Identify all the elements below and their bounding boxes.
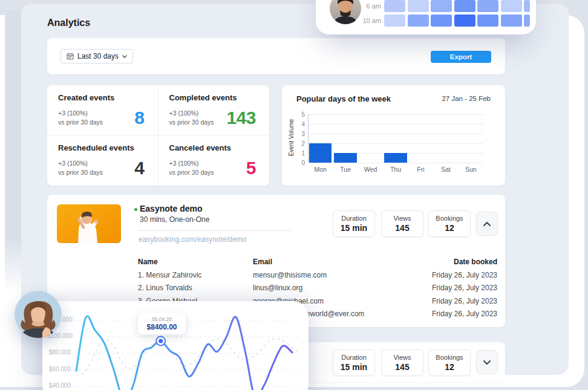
chevron-down-icon bbox=[122, 55, 127, 58]
stat-compare: vs prior 30 days bbox=[169, 118, 214, 127]
event-thumbnail bbox=[57, 204, 121, 243]
metric-label: Bookings bbox=[429, 215, 470, 222]
chevron-up-icon bbox=[483, 222, 491, 226]
stat-compare: vs prior 30 days bbox=[169, 168, 214, 177]
stat-value: 4 bbox=[134, 158, 144, 178]
metric-duration: Duration 15 min bbox=[333, 349, 375, 376]
avatar bbox=[15, 291, 62, 338]
event-title: Easynote demo bbox=[140, 204, 202, 213]
chevron-down-icon bbox=[483, 360, 491, 365]
event-booking-link[interactable]: easybooking.com/easynote/demo bbox=[139, 235, 247, 244]
metric-value: 12 bbox=[429, 223, 470, 233]
stat-delta: +3 (100%) bbox=[58, 109, 103, 118]
x-tick: Fri bbox=[408, 166, 433, 173]
stat-value: 143 bbox=[226, 108, 256, 128]
heatmap-cell bbox=[431, 15, 452, 27]
stat-compare: vs prior 30 days bbox=[58, 168, 103, 177]
tooltip-value: $8400.00 bbox=[138, 323, 186, 331]
stat-completed-events: Completed events +3 (100%) vs prior 30 d… bbox=[158, 85, 270, 135]
chart-title: Popular days of the week bbox=[296, 94, 391, 103]
heatmap-row-label: 10 am bbox=[339, 17, 381, 24]
heatmap-cell bbox=[384, 0, 405, 12]
metric-label: Duration bbox=[333, 354, 374, 361]
divider bbox=[139, 230, 291, 231]
heatmap-cell bbox=[501, 15, 522, 27]
metric-bookings: Bookings 12 bbox=[428, 349, 471, 376]
stat-created-events: Created events +3 (100%) vs prior 30 day… bbox=[47, 85, 158, 135]
heatmap-cell bbox=[477, 15, 498, 27]
metric-bookings: Bookings 12 bbox=[428, 210, 471, 237]
collapse-button[interactable] bbox=[476, 212, 498, 236]
revenue-chart-card: $120.000$100.000$80.000$60.000$40.000 05… bbox=[42, 301, 309, 390]
metric-value: 15 min bbox=[333, 223, 374, 233]
tooltip-date: 05.04.20 bbox=[138, 316, 186, 322]
metric-value: 145 bbox=[382, 362, 423, 372]
stat-label: Canceled events bbox=[169, 143, 259, 152]
x-tick: Sat bbox=[433, 166, 458, 173]
table-row: 1. Mensur Zahirovic mensur@thisisme.com … bbox=[47, 271, 505, 279]
export-button[interactable]: Export bbox=[431, 51, 491, 63]
heatmap-cell bbox=[431, 0, 452, 12]
y-tick: 4 bbox=[289, 121, 305, 128]
heatmap-cell bbox=[408, 15, 429, 27]
x-tick: Thu bbox=[383, 166, 408, 173]
calendar-icon bbox=[67, 53, 74, 60]
metric-value: 12 bbox=[429, 362, 470, 372]
event-subtitle: 30 mins, One-on-One bbox=[140, 215, 209, 224]
y-tick: 5 bbox=[289, 111, 305, 118]
stat-label: Rescheduled events bbox=[58, 143, 147, 152]
col-name: Name bbox=[138, 258, 158, 266]
metric-label: Views bbox=[382, 215, 423, 222]
heatmap-cell bbox=[501, 0, 522, 12]
heatmap-cell bbox=[408, 0, 429, 12]
chart-tooltip: 05.04.20 $8400.00 bbox=[138, 313, 186, 334]
metric-label: Bookings bbox=[429, 354, 470, 361]
metric-views: Views 145 bbox=[381, 349, 423, 376]
y-tick: 2 bbox=[289, 140, 305, 147]
bar-Tue bbox=[334, 153, 356, 163]
heatmap-cell bbox=[477, 0, 498, 12]
stat-canceled-events: Canceled events +3 (100%) vs prior 30 da… bbox=[158, 135, 270, 186]
heatmap-cell bbox=[454, 15, 475, 27]
heatmap-cell bbox=[384, 15, 405, 27]
date-range-dropdown[interactable]: Last 30 days bbox=[60, 49, 133, 63]
stat-value: 5 bbox=[246, 158, 256, 178]
metric-views: Views 145 bbox=[381, 210, 423, 237]
stat-label: Created events bbox=[58, 93, 147, 102]
bar-Thu bbox=[384, 153, 407, 163]
stat-delta: +3 (100%) bbox=[169, 109, 214, 118]
table-header: Name Email Date booked bbox=[47, 258, 505, 266]
expand-button[interactable] bbox=[476, 350, 498, 374]
metric-label: Duration bbox=[333, 215, 374, 222]
availability-heatmap-card: 6 am 10 am bbox=[316, 0, 536, 34]
y-tick: 1 bbox=[289, 150, 305, 157]
col-email: Email bbox=[253, 258, 272, 266]
popular-days-card: Popular days of the week 27 Jan - 25 Feb… bbox=[282, 85, 505, 186]
y-tick: 0 bbox=[289, 160, 305, 166]
x-tick: Mon bbox=[308, 166, 333, 173]
chart-date-range: 27 Jan - 25 Feb bbox=[442, 95, 491, 102]
metric-label: Views bbox=[382, 354, 423, 361]
stat-delta: +3 (100%) bbox=[169, 159, 214, 168]
table-row: 2. Linus Torvalds linus@linux.org Friday… bbox=[47, 284, 505, 292]
bar-Mon bbox=[309, 143, 332, 163]
heatmap-cell bbox=[524, 0, 530, 12]
stat-delta: +3 (100%) bbox=[58, 159, 103, 168]
date-range-label: Last 30 days bbox=[77, 52, 119, 60]
stat-compare: vs prior 30 days bbox=[58, 118, 103, 127]
y-tick: 3 bbox=[289, 131, 305, 137]
x-tick: Sun bbox=[459, 166, 483, 173]
heatmap-row-label: 6 am bbox=[339, 2, 381, 10]
stat-value: 8 bbox=[134, 108, 144, 128]
col-date: Date booked bbox=[454, 258, 497, 266]
stat-rescheduled-events: Rescheduled events +3 (100%) vs prior 30… bbox=[47, 135, 158, 186]
x-tick: Wed bbox=[358, 166, 383, 173]
metric-duration: Duration 15 min bbox=[333, 210, 375, 237]
x-tick: Tue bbox=[333, 166, 358, 173]
stat-label: Completed events bbox=[169, 93, 259, 102]
status-dot bbox=[134, 208, 137, 211]
metric-value: 15 min bbox=[333, 362, 374, 372]
event-stats-card: Created events +3 (100%) vs prior 30 day… bbox=[47, 85, 269, 186]
filter-bar: Last 30 days Export bbox=[47, 38, 505, 74]
page-title: Analytics bbox=[47, 18, 90, 28]
